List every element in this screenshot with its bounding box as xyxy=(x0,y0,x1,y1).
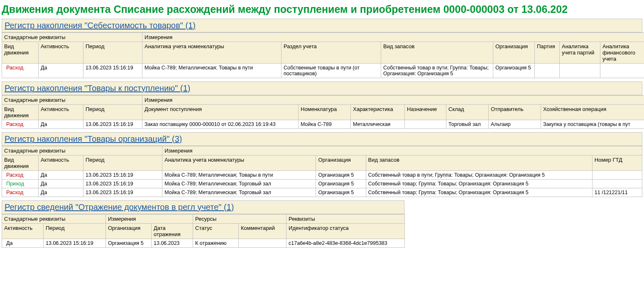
cell-analytics: Мойка C-789; Металлическая; Торговый зал xyxy=(162,188,316,197)
group-header-req: Реквизиты xyxy=(286,215,405,224)
table-org-goods: Стандартные реквизиты Измерения Вид движ… xyxy=(2,146,642,197)
col-organization: Организация xyxy=(493,42,535,64)
column-header-row: Активность Период Организация Дата отраж… xyxy=(2,224,405,239)
col-activity: Активность xyxy=(2,224,44,239)
group-header-dim: Измерения xyxy=(142,33,644,42)
group-header-row: Стандартные реквизиты Измерения xyxy=(2,33,644,42)
cell-active: Да xyxy=(39,64,83,78)
table-row: Расход Да 13.06.2023 15:16:19 Заказ пост… xyxy=(2,120,644,129)
cell-comment xyxy=(239,239,286,248)
col-analytics-fin: Аналитика финансового учета xyxy=(600,42,644,64)
cell-analytics: Мойка C-789; Металлическая; Товары в пут… xyxy=(162,171,316,180)
group-header-std: Стандартные реквизиты xyxy=(2,215,106,224)
col-activity: Активность xyxy=(39,42,83,64)
cell-stock: Собственный товар в пути; Группа: Товары… xyxy=(381,64,493,78)
col-business-op: Хозяйственная операция xyxy=(541,105,644,120)
cell-mv: Расход xyxy=(2,64,39,78)
table-cost: Стандартные реквизиты Измерения Вид движ… xyxy=(2,32,644,78)
group-header-std: Стандартные реквизиты xyxy=(2,96,142,105)
col-period: Период xyxy=(83,155,162,171)
cell-mv: Расход xyxy=(2,171,39,180)
col-period: Период xyxy=(83,105,142,120)
group-header-res: Ресурсы xyxy=(193,215,286,224)
col-movement-type: Вид движения xyxy=(2,155,39,171)
cell-org: Организация 5 xyxy=(493,64,535,78)
cell-op: Закупка у поставщика (товары в пут xyxy=(541,120,644,129)
cell-analytics: Мойка C-789; Металлическая; Товары в пут… xyxy=(142,64,282,78)
cell-stock: Собственный товар; Группа: Товары; Орган… xyxy=(366,180,592,188)
table-row: Расход Да 13.06.2023 15:16:19 Мойка C-78… xyxy=(2,188,642,197)
cell-period: 13.06.2023 15:16:19 xyxy=(83,188,162,197)
col-period: Период xyxy=(44,224,106,239)
cell-gtd: 11 /121221/11 xyxy=(592,188,642,197)
cell-org: Организация 5 xyxy=(106,239,152,248)
cell-purpose xyxy=(405,120,446,129)
column-header-row: Вид движения Активность Период Аналитика… xyxy=(2,42,644,64)
cell-batch xyxy=(535,64,560,78)
register-heading-goods-receipt[interactable]: Регистр накопления "Товары к поступлению… xyxy=(2,81,642,95)
cell-period: 13.06.2023 15:16:19 xyxy=(83,171,162,180)
group-header-dim: Измерения xyxy=(142,96,644,105)
cell-active: Да xyxy=(39,188,83,197)
cell-abatch xyxy=(560,64,600,78)
col-movement-type: Вид движения xyxy=(2,105,39,120)
cell-org: Организация 5 xyxy=(316,188,366,197)
cell-sid: c17a6e4b-a8e2-483e-8368-4dc1e7995383 xyxy=(286,239,405,248)
col-gtd: Номер ГТД xyxy=(592,155,642,171)
group-header-dim: Измерения xyxy=(106,215,193,224)
table-reflect: Стандартные реквизиты Измерения Ресурсы … xyxy=(2,214,405,248)
col-stock-type: Вид запасов xyxy=(381,42,493,64)
col-activity: Активность xyxy=(39,105,83,120)
group-header-row: Стандартные реквизиты Измерения xyxy=(2,96,644,105)
table-row: Да 13.06.2023 15:16:19 Организация 5 13.… xyxy=(2,239,405,248)
col-comment: Комментарий xyxy=(239,224,286,239)
cell-period: 13.06.2023 15:16:19 xyxy=(44,239,106,248)
col-nomenclature: Номенклатура xyxy=(299,105,351,120)
cell-sender: Альтаир xyxy=(489,120,541,129)
col-analytics-nomen: Аналитика учета номенклатуры xyxy=(162,155,316,171)
col-analytics-batch: Аналитика учета партий xyxy=(560,42,600,64)
cell-active: Да xyxy=(2,239,44,248)
column-header-row: Вид движения Активность Период Документ … xyxy=(2,105,644,120)
cell-active: Да xyxy=(39,120,83,129)
col-movement-type: Вид движения xyxy=(2,42,39,64)
cell-char: Металлическая xyxy=(351,120,405,129)
cell-stock: Собственный товар в пути; Группа: Товары… xyxy=(366,171,592,180)
table-goods-receipt: Стандартные реквизиты Измерения Вид движ… xyxy=(2,95,644,129)
col-warehouse: Склад xyxy=(446,105,489,120)
register-heading-org-goods[interactable]: Регистр накопления "Товары организаций" … xyxy=(2,132,642,146)
col-analytics-nomen: Аналитика учета номенклатуры xyxy=(142,42,282,64)
cell-period: 13.06.2023 15:16:19 xyxy=(83,64,142,78)
cell-active: Да xyxy=(39,171,83,180)
cell-mv: Расход xyxy=(2,120,39,129)
cell-afin xyxy=(600,64,644,78)
group-header-row: Стандартные реквизиты Измерения xyxy=(2,146,642,155)
cell-wh: Торговый зал xyxy=(446,120,489,129)
cell-stock: Собственный товар; Группа: Товары; Орган… xyxy=(366,188,592,197)
column-header-row: Вид движения Активность Период Аналитика… xyxy=(2,155,642,171)
cell-mv: Приход xyxy=(2,180,39,188)
col-activity: Активность xyxy=(39,155,83,171)
cell-doc: Заказ поставщику 0000-000010 от 02.06.20… xyxy=(142,120,299,129)
col-doc-receipt: Документ поступления xyxy=(142,105,299,120)
cell-status: К отражению xyxy=(193,239,239,248)
col-period: Период xyxy=(83,42,142,64)
cell-gtd xyxy=(592,171,642,180)
cell-org: Организация 5 xyxy=(316,180,366,188)
cell-mv: Расход xyxy=(2,188,39,197)
col-purpose: Назначение xyxy=(405,105,446,120)
cell-period: 13.06.2023 15:16:19 xyxy=(83,180,162,188)
group-header-std: Стандартные реквизиты xyxy=(2,146,162,155)
cell-period: 13.06.2023 15:16:19 xyxy=(83,120,142,129)
cell-active: Да xyxy=(39,180,83,188)
col-organization: Организация xyxy=(106,224,152,239)
col-stock-type: Вид запасов xyxy=(366,155,592,171)
col-section: Раздел учета xyxy=(282,42,381,64)
group-header-std: Стандартные реквизиты xyxy=(2,33,142,42)
cell-date: 13.06.2023 xyxy=(152,239,193,248)
cell-gtd xyxy=(592,180,642,188)
cell-section: Собственные товары в пути (от поставщико… xyxy=(282,64,381,78)
col-organization: Организация xyxy=(316,155,366,171)
register-heading-cost[interactable]: Регистр накопления "Себестоимость товаро… xyxy=(2,19,642,32)
register-heading-reflect[interactable]: Регистр сведений "Отражение документов в… xyxy=(2,200,404,214)
